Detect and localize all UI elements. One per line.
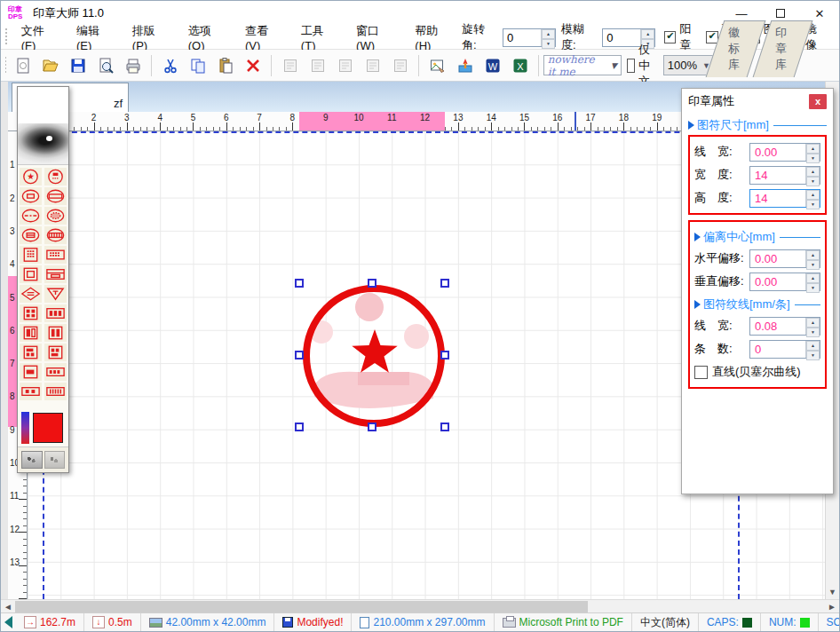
palette-ellipse-bar2-button[interactable] <box>20 226 42 244</box>
bezier-line-checkbox[interactable]: 直线(贝塞尔曲线) <box>694 364 820 380</box>
save-button[interactable] <box>65 53 91 77</box>
cut-button[interactable] <box>157 53 183 77</box>
font-selector[interactable]: nowhere it me ▼ <box>543 55 622 75</box>
v-ruler-number: 13 <box>10 557 20 566</box>
palette-square-frame-button[interactable] <box>20 265 42 283</box>
align-disabled-2-button[interactable] <box>305 53 330 77</box>
eye-preview-image <box>18 87 68 165</box>
toolbar-grip[interactable] <box>4 57 6 75</box>
align-disabled-3-button[interactable] <box>332 53 358 77</box>
v-ruler-number: 11 <box>10 491 19 501</box>
palette-square-top-2cell-button[interactable] <box>20 344 42 361</box>
palette-rect-3cell-button[interactable] <box>44 363 67 381</box>
h-ruler-number: 11 <box>387 113 396 122</box>
stamp-transfer-icon[interactable] <box>21 451 43 469</box>
palette-diamond-button[interactable] <box>20 285 42 303</box>
print-preview-button[interactable] <box>92 53 118 77</box>
selection-handle[interactable] <box>440 423 449 431</box>
align-disabled-5-button[interactable] <box>387 53 413 77</box>
palette-rect-cell-button[interactable] <box>44 304 67 322</box>
property-input[interactable] <box>750 273 805 290</box>
status-item: CAPS: <box>699 613 761 631</box>
palette-ellipse-dotted-button[interactable] <box>44 207 67 225</box>
open-file-button[interactable] <box>37 53 63 77</box>
export-word-button[interactable]: W <box>479 53 505 77</box>
palette-ellipse-dashdot-button[interactable] <box>20 207 42 225</box>
palette-rect-frame-button[interactable] <box>44 265 67 283</box>
palette-rect-2bar-button[interactable] <box>44 324 67 342</box>
h-ruler-number: 12 <box>420 113 430 122</box>
scroll-right-icon[interactable]: ► <box>825 600 839 613</box>
image-size-icon <box>149 618 162 628</box>
horizontal-scroll-thumb[interactable] <box>15 601 588 612</box>
property-input[interactable] <box>750 167 805 184</box>
paste-button[interactable] <box>212 53 238 77</box>
status-led-icon <box>742 618 752 628</box>
property-spinner[interactable]: ▲▼ <box>805 144 820 161</box>
align-disabled-1-button[interactable] <box>277 53 303 77</box>
insert-symbol-button[interactable] <box>452 53 478 77</box>
property-input[interactable] <box>750 144 805 161</box>
status-prev-icon[interactable] <box>4 616 12 628</box>
print-button[interactable] <box>120 53 146 77</box>
palette-square-2cell-button[interactable] <box>20 324 42 342</box>
color-swatch[interactable] <box>33 413 63 443</box>
property-input[interactable] <box>750 318 805 335</box>
palette-circle-star-button[interactable]: ★ <box>20 168 42 186</box>
selection-handle[interactable] <box>295 351 304 359</box>
panel-close-button[interactable]: x <box>809 94 827 109</box>
horizontal-scrollbar[interactable]: ◄ ► <box>1 599 839 612</box>
page-size-icon <box>360 617 369 628</box>
property-spinner[interactable]: ▲▼ <box>805 273 820 290</box>
selection-handle[interactable] <box>295 279 304 288</box>
checkbox-阳章[interactable]: 阳章 <box>664 21 701 53</box>
rotate-input[interactable] <box>503 29 541 46</box>
export-excel-button[interactable]: X <box>507 53 533 77</box>
new-document-button[interactable] <box>10 53 36 77</box>
palette-square-dots-button[interactable] <box>20 246 42 264</box>
palette-square-hbar-button[interactable] <box>20 363 42 381</box>
h-ruler-cursor-marker <box>575 112 576 130</box>
palette-square-4cell-button[interactable] <box>20 304 42 322</box>
selection-handle[interactable] <box>440 351 449 359</box>
square-frame-icon <box>20 265 42 283</box>
stamp-photo-icon[interactable] <box>44 451 66 469</box>
h-ruler-number: 16 <box>552 113 562 122</box>
palette-rect-top-cells-button[interactable] <box>44 344 67 361</box>
scroll-down-icon[interactable]: ▼ <box>826 585 839 599</box>
selection-handle[interactable] <box>368 423 376 431</box>
property-input[interactable] <box>750 250 805 267</box>
h-ruler-number: 5 <box>191 113 196 122</box>
svg-text:W: W <box>487 60 497 71</box>
rotate-spinner[interactable]: ▲▼ <box>541 29 555 46</box>
palette-circle-emblem-button[interactable] <box>44 168 67 186</box>
selection-handle[interactable] <box>368 279 376 288</box>
selection-handle[interactable] <box>295 423 304 431</box>
seal-graphic[interactable] <box>294 274 463 439</box>
property-spinner[interactable]: ▲▼ <box>805 341 820 358</box>
property-spinner[interactable]: ▲▼ <box>805 318 820 335</box>
menubar-grip[interactable] <box>4 28 9 46</box>
export-image-button[interactable] <box>424 53 450 77</box>
copy-button[interactable] <box>185 53 210 77</box>
selection-handle[interactable] <box>440 279 449 288</box>
palette-rect-striped-button[interactable] <box>44 383 67 400</box>
palette-ellipse-bar-button[interactable] <box>20 187 42 205</box>
circle-emblem-icon <box>44 168 67 186</box>
property-input[interactable] <box>750 341 805 358</box>
property-input[interactable] <box>750 190 805 207</box>
rect-3cell-icon <box>44 363 67 381</box>
property-spinner[interactable]: ▲▼ <box>805 190 820 207</box>
property-spinner[interactable]: ▲▼ <box>805 167 820 184</box>
align-disabled-4-button[interactable] <box>360 53 385 77</box>
property-spinner[interactable]: ▲▼ <box>805 250 820 267</box>
palette-rect-dots-button[interactable] <box>44 246 67 264</box>
toolbar: WX nowhere it me ▼ 仅中文 100% ▼ 徽标库印章库 <box>1 50 839 82</box>
palette-triangle-down-button[interactable] <box>44 285 67 303</box>
palette-ellipse-stripe-button[interactable] <box>44 226 67 244</box>
scroll-left-icon[interactable]: ◄ <box>1 600 15 613</box>
delete-button[interactable] <box>240 53 265 77</box>
gradient-bar[interactable] <box>21 412 29 444</box>
palette-rect-2cell-small-button[interactable] <box>20 383 42 400</box>
palette-ellipse-widebar-button[interactable] <box>44 187 67 205</box>
